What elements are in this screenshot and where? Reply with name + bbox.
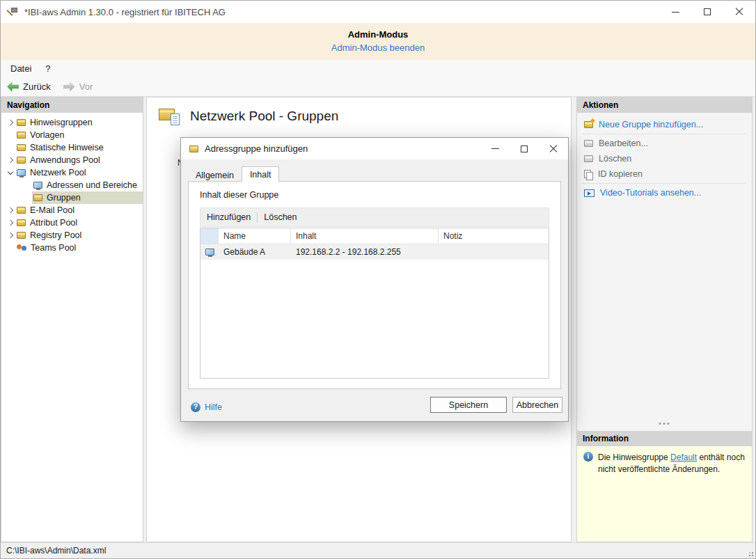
tab-inhalt[interactable]: Inhalt	[242, 166, 280, 182]
box-icon	[17, 232, 26, 239]
resize-grip[interactable]	[745, 548, 753, 556]
menu-datei[interactable]: Datei	[3, 60, 38, 77]
network-icon	[205, 249, 214, 255]
action-delete[interactable]: Löschen	[577, 151, 752, 166]
dialog-close-button[interactable]	[539, 138, 568, 159]
dialog-tab-content: Inhalt dieser Gruppe Hinzufügen Löschen …	[188, 181, 561, 389]
nav-toolbar: Zurück Vor	[1, 77, 755, 97]
forward-label: Vor	[79, 81, 93, 92]
sidebar-item-netzwerk-pool[interactable]: Netzwerk Pool	[1, 166, 143, 179]
box-icon	[17, 119, 26, 126]
minimize-button[interactable]	[659, 1, 691, 23]
actions-list: Neue Gruppe hinzufügen... Bearbeiten... …	[577, 113, 752, 200]
sidebar-item-hinweisgruppen[interactable]: Hinweisgruppen	[1, 116, 143, 129]
address-grid: Name Inhalt Notiz Gebäude A 192.168.2.2 …	[200, 228, 549, 379]
grid-toolbar: Hinzufügen Löschen	[200, 207, 549, 227]
sidebar-item-email-pool[interactable]: E-Mail Pool	[1, 204, 143, 216]
information-header: Information	[577, 431, 752, 446]
info-icon: i	[583, 452, 593, 462]
column-header-notiz[interactable]: Notiz	[439, 228, 549, 244]
maximize-button[interactable]	[691, 1, 723, 23]
network-icon	[17, 169, 26, 176]
back-button[interactable]: Zurück	[1, 79, 57, 95]
sidebar-item-adressen-und-bereiche[interactable]: Adressen und Bereiche	[1, 179, 143, 191]
delete-entry-button[interactable]: Löschen	[264, 212, 297, 222]
teams-icon	[17, 244, 26, 252]
video-icon	[584, 189, 594, 197]
expand-toggle[interactable]	[5, 158, 15, 162]
minimize-icon	[672, 12, 679, 13]
delete-box-icon	[584, 155, 593, 162]
dialog-titlebar: Adressgruppe hinzufügen	[181, 138, 568, 159]
copy-icon	[584, 170, 592, 179]
chevron-right-icon	[7, 207, 13, 213]
network-group-icon	[159, 107, 181, 125]
information-body: i Die Hinweisgruppe Default enthält noch…	[577, 446, 752, 542]
panel-splitter-handle[interactable]	[659, 422, 670, 425]
separator	[583, 183, 746, 184]
menu-help[interactable]: ?	[38, 60, 57, 77]
sidebar-item-anwendungs-pool[interactable]: Anwendungs Pool	[1, 154, 143, 166]
chevron-right-icon	[7, 220, 13, 226]
selector-column-header[interactable]	[200, 228, 219, 244]
expand-toggle[interactable]	[5, 233, 15, 237]
window-controls	[659, 1, 755, 23]
action-copy-id[interactable]: ID kopieren	[577, 166, 752, 182]
add-entry-button[interactable]: Hinzufügen	[207, 212, 251, 222]
back-label: Zurück	[23, 81, 51, 92]
close-button[interactable]	[723, 1, 755, 23]
information-text: Die Hinweisgruppe Default enthält noch n…	[598, 452, 746, 536]
cell-notiz	[439, 244, 549, 260]
admin-mode-banner: Admin-Modus Admin-Modus beenden	[1, 23, 755, 60]
new-box-icon	[584, 121, 593, 128]
box-icon	[17, 132, 26, 139]
box-icon	[17, 157, 26, 164]
dialog-footer: ? Hilfe Speichern Abbrechen	[181, 389, 568, 421]
edit-box-icon	[584, 140, 593, 147]
default-group-link[interactable]: Default	[670, 452, 697, 462]
sidebar-item-gruppen[interactable]: Gruppen	[1, 191, 143, 204]
box-icon	[17, 144, 26, 151]
navigation-panel: Navigation Hinweisgruppen Vorlagen Stati…	[1, 97, 143, 542]
maximize-icon	[704, 8, 711, 15]
chevron-right-icon	[7, 157, 13, 163]
tab-allgemein[interactable]: Allgemein	[188, 168, 242, 182]
cancel-button[interactable]: Abbrechen	[512, 397, 562, 413]
navigation-tree: Hinweisgruppen Vorlagen Statische Hinwei…	[1, 113, 143, 254]
admin-mode-title: Admin-Modus	[1, 23, 755, 40]
help-link[interactable]: ? Hilfe	[191, 402, 222, 412]
cell-name: Gebäude A	[219, 244, 291, 260]
back-arrow-icon	[7, 82, 19, 92]
titlebar: *IBI-aws Admin 1.30.0 - registriert für …	[1, 1, 755, 23]
dialog-maximize-button[interactable]	[510, 138, 539, 159]
statusbar: C:\IBI-aws\Admin\Data.xml	[1, 542, 755, 558]
save-button[interactable]: Speichern	[430, 397, 507, 413]
box-icon	[17, 207, 26, 214]
sidebar-item-registry-pool[interactable]: Registry Pool	[1, 229, 143, 242]
dialog-window-controls	[480, 138, 568, 159]
action-new-group[interactable]: Neue Gruppe hinzufügen...	[577, 117, 752, 132]
column-header-name[interactable]: Name	[219, 228, 291, 244]
expand-toggle[interactable]	[5, 208, 15, 212]
sidebar-item-vorlagen[interactable]: Vorlagen	[1, 129, 143, 141]
separator	[583, 134, 746, 134]
table-row[interactable]: Gebäude A 192.168.2.2 - 192.168.2.255	[200, 244, 549, 260]
forward-button[interactable]: Vor	[57, 79, 100, 95]
sidebar-item-teams-pool[interactable]: Teams Pool	[1, 242, 143, 254]
collapse-toggle[interactable]	[5, 172, 15, 174]
actions-panel: Aktionen Neue Gruppe hinzufügen... Bearb…	[576, 97, 753, 542]
sidebar-item-statische-hinweise[interactable]: Statische Hinweise	[1, 141, 143, 154]
column-header-inhalt[interactable]: Inhalt	[291, 228, 439, 244]
add-address-group-dialog: Adressgruppe hinzufügen Allgemein Inhalt…	[180, 137, 569, 422]
sidebar-item-attribut-pool[interactable]: Attribut Pool	[1, 216, 143, 229]
admin-mode-exit-link[interactable]: Admin-Modus beenden	[331, 42, 425, 53]
action-edit[interactable]: Bearbeiten...	[577, 136, 752, 151]
box-icon	[33, 194, 42, 201]
dialog-minimize-button[interactable]	[480, 138, 510, 159]
expand-toggle[interactable]	[5, 120, 15, 125]
action-video-tutorials[interactable]: Video-Tutorials ansehen...	[577, 185, 752, 200]
content-header: Netzwerk Pool - Gruppen	[147, 97, 571, 125]
box-icon	[17, 219, 26, 226]
expand-toggle[interactable]	[5, 221, 15, 225]
maximize-icon	[521, 145, 528, 152]
